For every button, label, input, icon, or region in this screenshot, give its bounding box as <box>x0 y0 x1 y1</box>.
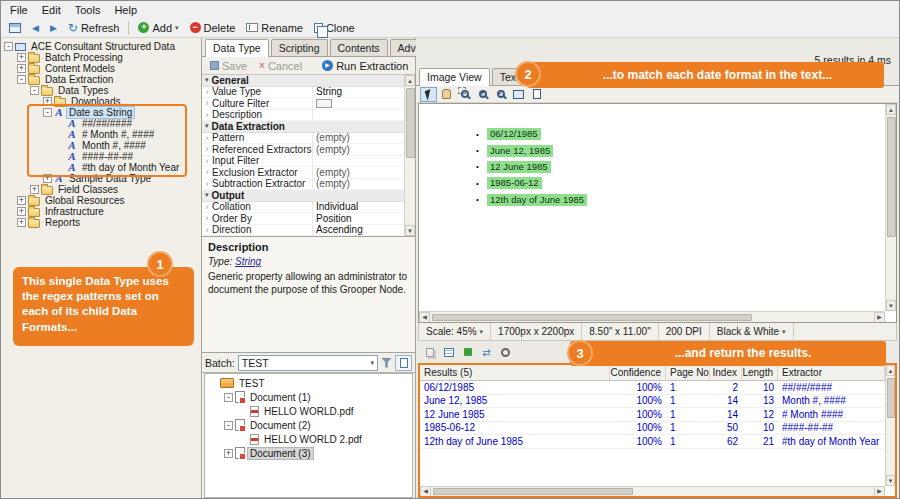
column-header-confidence[interactable]: Confidence <box>610 365 666 380</box>
collapse-icon[interactable]: - <box>4 42 13 51</box>
column-header-index[interactable]: Index <box>710 365 742 380</box>
expand-icon[interactable]: + <box>17 218 26 227</box>
scroll-down-icon[interactable]: ▼ <box>886 300 896 311</box>
property-row-value-type[interactable]: ›Value TypeString <box>202 87 404 99</box>
status-scale-45[interactable]: Scale: 45%▾ <box>419 323 491 340</box>
property-value[interactable]: (empty) <box>312 133 404 144</box>
scroll-down-icon[interactable]: ▼ <box>886 475 895 486</box>
property-row-input-filter[interactable]: ›Input Filter <box>202 156 404 168</box>
batch-item-hello-world-2-pdf[interactable]: +HELLO WORLD 2.pdf <box>207 432 410 446</box>
run-extraction-button[interactable]: ▶Run Extraction <box>317 58 413 74</box>
tree-item-batch-processing[interactable]: +Batch Processing <box>1 52 201 63</box>
save-button[interactable]: Save <box>205 58 252 74</box>
status-8-50-x-11-00[interactable]: 8.50" x 11.00" <box>582 323 658 340</box>
cancel-button[interactable]: ×Cancel <box>254 58 307 74</box>
column-header-page-no[interactable]: Page No <box>666 365 710 380</box>
menu-edit[interactable]: Edit <box>35 2 68 18</box>
collapse-icon[interactable]: - <box>30 86 39 95</box>
tree-item-reports[interactable]: +Reports <box>1 217 201 228</box>
back-button[interactable]: ◀ <box>27 21 44 35</box>
expand-icon[interactable]: + <box>17 53 26 62</box>
scroll-up-icon[interactable]: ▲ <box>886 365 895 376</box>
results-vertical-scrollbar[interactable]: ▲ ▼ <box>885 365 895 486</box>
tab-image-view[interactable]: Image View <box>419 68 490 86</box>
property-row-description[interactable]: ›Description <box>202 110 404 122</box>
batch-item-document-1[interactable]: -Document (1) <box>207 390 410 404</box>
result-row[interactable]: 12 June 1985100%11412# Month #### <box>420 408 885 422</box>
hand-button[interactable] <box>438 87 455 102</box>
batch-item-hello-world-pdf[interactable]: +HELLO WORLD.pdf <box>207 404 410 418</box>
pointer-button[interactable] <box>420 87 437 102</box>
scroll-thumb[interactable] <box>406 88 415 158</box>
tab-scripting[interactable]: Scripting <box>271 39 328 56</box>
ellipsis-button[interactable] <box>316 99 332 108</box>
batch-item-document-3[interactable]: +Document (3) <box>207 446 410 460</box>
highlighted-date[interactable]: 1985-06-12 <box>487 177 542 189</box>
refresh-button[interactable]: ↻Refresh <box>63 20 125 36</box>
tree-item-n10[interactable]: +A####-##-## <box>1 151 201 162</box>
menu-tools[interactable]: Tools <box>68 2 108 18</box>
scroll-right-icon[interactable]: ▶ <box>874 312 885 323</box>
batch-item-test[interactable]: +TEST <box>207 376 410 390</box>
batch-select[interactable]: TEST▾ <box>238 355 378 371</box>
result-row[interactable]: 12th day of June 1985100%16221#th day of… <box>420 435 885 449</box>
menu-help[interactable]: Help <box>107 2 144 18</box>
rename-button[interactable]: Rename <box>241 20 308 36</box>
tab-contents[interactable]: Contents <box>330 39 388 56</box>
zoom-out-button[interactable] <box>492 87 509 102</box>
property-row-direction[interactable]: ›DirectionAscending <box>202 225 404 237</box>
expand-icon[interactable]: + <box>224 449 233 458</box>
result-row[interactable]: 1985-06-12100%15010####-##-## <box>420 422 885 436</box>
property-row-subtraction-extractor[interactable]: ›Subtraction Extractor(empty) <box>202 179 404 191</box>
status-1700px-x-2200px[interactable]: 1700px x 2200px <box>491 323 582 340</box>
status-200-dpi[interactable]: 200 DPI <box>659 323 710 340</box>
collapse-icon[interactable]: - <box>43 108 52 117</box>
tree-item-month[interactable]: +A# Month #, #### <box>1 129 201 140</box>
property-value[interactable]: Ascending <box>312 225 404 236</box>
tab-data-type[interactable]: Data Type <box>205 39 269 57</box>
property-row-pattern[interactable]: ›Pattern(empty) <box>202 133 404 145</box>
collapse-icon[interactable]: - <box>17 75 26 84</box>
result-row[interactable]: June 12, 1985100%11413Month #, #### <box>420 395 885 409</box>
scroll-right-icon[interactable]: ▶ <box>874 486 885 497</box>
tree-item-content-models[interactable]: +Content Models <box>1 63 201 74</box>
layout-toggle-button[interactable] <box>4 21 26 35</box>
tree-item-data-types[interactable]: -Data Types <box>1 85 201 96</box>
collapse-icon[interactable]: - <box>224 393 233 402</box>
tree-item-date-as-string[interactable]: -ADate as String <box>1 107 201 118</box>
property-row-exclusion-extractor[interactable]: ›Exclusion Extractor(empty) <box>202 167 404 179</box>
scroll-thumb[interactable] <box>432 314 752 321</box>
tree-item-th-day-of-month-year[interactable]: +A#th day of Month Year <box>1 162 201 173</box>
expand-icon[interactable]: + <box>17 196 26 205</box>
tree-item-month[interactable]: +AMonth #, #### <box>1 140 201 151</box>
image-viewer[interactable]: •06/12/1985•June 12, 1985•12 June 1985•1… <box>418 103 897 323</box>
expand-icon[interactable]: + <box>30 185 39 194</box>
property-value[interactable] <box>312 156 404 167</box>
scroll-left-icon[interactable]: ◀ <box>419 312 430 323</box>
result-row[interactable]: 06/12/1985100%1210##/##/#### <box>420 381 885 395</box>
tree-item-n7[interactable]: +A##/##/#### <box>1 118 201 129</box>
menu-file[interactable]: File <box>3 2 35 18</box>
property-value[interactable]: (empty) <box>312 167 404 178</box>
highlighted-date[interactable]: 12th day of June 1985 <box>487 194 587 206</box>
fit-width-button[interactable] <box>510 87 527 102</box>
scroll-thumb[interactable] <box>433 488 633 495</box>
scroll-down-icon[interactable]: ▼ <box>405 225 415 236</box>
zoom-select-button[interactable] <box>456 87 473 102</box>
expand-icon[interactable]: + <box>43 174 52 183</box>
column-header-results-5[interactable]: Results (5) <box>420 365 610 380</box>
property-category-general[interactable]: ▾General <box>202 75 404 87</box>
forward-button[interactable]: ▶ <box>45 21 62 35</box>
property-value[interactable]: (empty) <box>312 144 404 155</box>
collapse-icon[interactable]: - <box>224 421 233 430</box>
property-value[interactable]: (empty) <box>312 179 404 190</box>
column-header-extractor[interactable]: Extractor <box>778 365 885 380</box>
property-row-culture-filter[interactable]: ›Culture Filter <box>202 98 404 110</box>
property-value[interactable] <box>312 98 404 109</box>
viewer-horizontal-scrollbar[interactable]: ◀ ▶ <box>419 311 885 322</box>
property-value[interactable]: Individual <box>312 202 404 213</box>
property-value[interactable] <box>312 110 404 121</box>
fit-page-button[interactable] <box>528 87 545 102</box>
expand-icon[interactable]: + <box>17 64 26 73</box>
grid-button[interactable] <box>440 345 457 360</box>
